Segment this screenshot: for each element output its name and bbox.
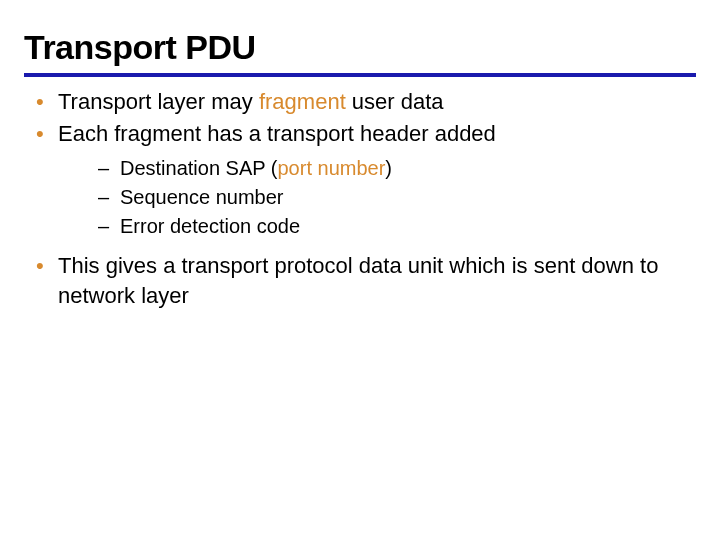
bullet-list: Transport layer may fragment user data E… bbox=[24, 87, 696, 311]
bullet-text-pre: Transport layer may bbox=[58, 89, 259, 114]
bullet-text-post: user data bbox=[346, 89, 444, 114]
bullet-item: This gives a transport protocol data uni… bbox=[24, 251, 696, 310]
bullet-text: This gives a transport protocol data uni… bbox=[58, 253, 658, 308]
bullet-item: Each fragment has a transport header add… bbox=[24, 119, 696, 242]
sub-text-highlight: port number bbox=[278, 157, 386, 179]
bullet-text: Each fragment has a transport header add… bbox=[58, 121, 496, 146]
sub-text: Error detection code bbox=[120, 215, 300, 237]
slide: Transport PDU Transport layer may fragme… bbox=[0, 0, 720, 337]
sub-list: Destination SAP (port number) Sequence n… bbox=[58, 154, 696, 241]
sub-item: Sequence number bbox=[58, 183, 696, 212]
bullet-item: Transport layer may fragment user data bbox=[24, 87, 696, 117]
slide-title: Transport PDU bbox=[24, 28, 696, 77]
sub-text: Sequence number bbox=[120, 186, 283, 208]
bullet-text-highlight: fragment bbox=[259, 89, 346, 114]
sub-text-pre: Destination SAP ( bbox=[120, 157, 278, 179]
sub-item: Destination SAP (port number) bbox=[58, 154, 696, 183]
sub-item: Error detection code bbox=[58, 212, 696, 241]
sub-text-post: ) bbox=[385, 157, 392, 179]
